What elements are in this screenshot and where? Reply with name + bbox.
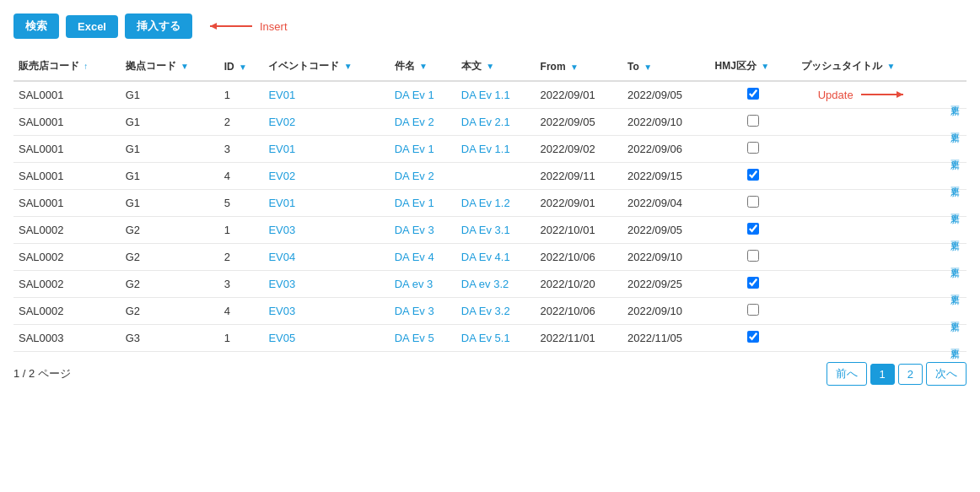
cell-hmj[interactable]: [709, 109, 796, 136]
col-hanbaiten: 販売店コード ↑: [13, 52, 121, 81]
cell-honbun: DA Ev 5.1: [456, 325, 536, 352]
page-1-button[interactable]: 1: [870, 364, 895, 385]
col-update-header: [936, 52, 967, 81]
sort-hmj-icon[interactable]: ▼: [761, 62, 769, 71]
sort-push-icon[interactable]: ▼: [887, 62, 896, 71]
hmj-checkbox[interactable]: [747, 223, 759, 235]
cell-kyoten: G2: [121, 298, 219, 325]
insert-annotation-label: Insert: [260, 20, 288, 33]
table-row: SAL0001G14EV02DA Ev 22022/09/112022/09/1…: [13, 163, 967, 190]
cell-to: 2022/09/10: [622, 109, 709, 136]
page-2-button[interactable]: 2: [898, 364, 923, 385]
cell-push: [796, 217, 935, 244]
hmj-checkbox[interactable]: [747, 142, 759, 154]
cell-kenmei: DA Ev 1: [390, 136, 456, 163]
cell-push: [796, 244, 935, 271]
cell-from: 2022/10/20: [536, 271, 622, 298]
cell-from: 2022/10/01: [536, 217, 622, 244]
table-row: SAL0002G24EV03DA Ev 3DA Ev 3.22022/10/06…: [13, 298, 967, 325]
cell-honbun: DA Ev 1.2: [456, 190, 536, 217]
cell-id: 4: [219, 298, 264, 325]
hmj-checkbox[interactable]: [747, 331, 759, 343]
cell-event: EV05: [263, 325, 389, 352]
sort-honbun-icon[interactable]: ▼: [486, 62, 494, 71]
sort-kyoten-icon[interactable]: ▼: [180, 62, 189, 71]
cell-push: [796, 136, 935, 163]
cell-update[interactable]: 更新: [936, 298, 967, 325]
cell-event: EV03: [263, 298, 389, 325]
cell-from: 2022/11/01: [536, 325, 622, 352]
cell-event: EV01: [263, 190, 389, 217]
hmj-checkbox[interactable]: [747, 250, 759, 262]
table-row: SAL0001G11EV01DA Ev 1DA Ev 1.12022/09/01…: [13, 81, 967, 109]
cell-kyoten: G1: [121, 190, 219, 217]
cell-update[interactable]: 更新: [936, 109, 967, 136]
col-kyoten: 拠点コード ▼: [121, 52, 219, 81]
cell-hanbaiten: SAL0002: [13, 298, 121, 325]
cell-update[interactable]: 更新: [936, 81, 967, 109]
page-info: 1 / 2 ページ: [13, 366, 71, 381]
cell-id: 5: [219, 190, 264, 217]
search-button[interactable]: 検索: [13, 14, 59, 39]
cell-update[interactable]: 更新: [936, 190, 967, 217]
cell-hanbaiten: SAL0001: [13, 109, 121, 136]
data-table: 販売店コード ↑ 拠点コード ▼ ID ▼ イベントコード ▼ 件名 ▼: [13, 52, 967, 352]
cell-update[interactable]: 更新: [936, 217, 967, 244]
table-row: SAL0003G31EV05DA Ev 5DA Ev 5.12022/11/01…: [13, 325, 967, 352]
hmj-checkbox[interactable]: [747, 88, 759, 100]
insert-button[interactable]: 挿入する: [125, 14, 192, 39]
cell-kyoten: G3: [121, 325, 219, 352]
cell-hmj[interactable]: [709, 190, 796, 217]
cell-hmj[interactable]: [709, 244, 796, 271]
cell-from: 2022/09/01: [536, 81, 622, 109]
col-push: プッシュタイトル ▼: [796, 52, 935, 81]
sort-id-icon[interactable]: ▼: [239, 62, 247, 72]
cell-kyoten: G2: [121, 271, 219, 298]
hmj-checkbox[interactable]: [747, 304, 759, 316]
cell-hmj[interactable]: [709, 271, 796, 298]
cell-honbun: DA Ev 2.1: [456, 109, 536, 136]
hmj-checkbox[interactable]: [747, 196, 759, 208]
prev-page-button[interactable]: 前へ: [827, 362, 867, 386]
sort-event-icon[interactable]: ▼: [344, 62, 353, 71]
cell-kyoten: G1: [121, 81, 219, 109]
sort-kenmei-icon[interactable]: ▼: [419, 62, 428, 71]
next-page-button[interactable]: 次へ: [926, 362, 967, 386]
cell-id: 1: [219, 217, 264, 244]
sort-hanbaiten-icon[interactable]: ↑: [83, 62, 88, 71]
cell-push: [796, 81, 935, 109]
cell-hmj[interactable]: [709, 325, 796, 352]
cell-hmj[interactable]: [709, 163, 796, 190]
cell-update[interactable]: 更新: [936, 163, 967, 190]
table-header-row: 販売店コード ↑ 拠点コード ▼ ID ▼ イベントコード ▼ 件名 ▼: [13, 52, 967, 81]
cell-to: 2022/09/05: [622, 217, 709, 244]
cell-from: 2022/09/05: [536, 109, 622, 136]
sort-to-icon[interactable]: ▼: [643, 62, 652, 72]
cell-update[interactable]: 更新: [936, 271, 967, 298]
cell-push: [796, 109, 935, 136]
cell-update[interactable]: 更新: [936, 136, 967, 163]
sort-from-icon[interactable]: ▼: [570, 62, 579, 72]
cell-hmj[interactable]: [709, 81, 796, 109]
cell-hmj[interactable]: [709, 136, 796, 163]
cell-update[interactable]: 更新: [936, 244, 967, 271]
table-row: SAL0001G15EV01DA Ev 1DA Ev 1.22022/09/01…: [13, 190, 967, 217]
cell-event: EV02: [263, 109, 389, 136]
hmj-checkbox[interactable]: [747, 277, 759, 289]
cell-hmj[interactable]: [709, 298, 796, 325]
hmj-checkbox[interactable]: [747, 169, 759, 181]
cell-hmj[interactable]: [709, 217, 796, 244]
cell-kenmei: DA Ev 1: [390, 190, 456, 217]
cell-honbun: [456, 163, 536, 190]
cell-update[interactable]: 更新: [936, 325, 967, 352]
cell-push: [796, 190, 935, 217]
cell-honbun: DA Ev 4.1: [456, 244, 536, 271]
cell-kyoten: G2: [121, 217, 219, 244]
svg-marker-1: [210, 23, 217, 30]
excel-button[interactable]: Excel: [66, 15, 118, 38]
col-id: ID ▼: [219, 52, 264, 81]
insert-arrow-annotation: Insert: [206, 19, 288, 33]
hmj-checkbox[interactable]: [747, 115, 759, 127]
table-row: SAL0001G13EV01DA Ev 1DA Ev 1.12022/09/02…: [13, 136, 967, 163]
cell-id: 1: [219, 325, 264, 352]
